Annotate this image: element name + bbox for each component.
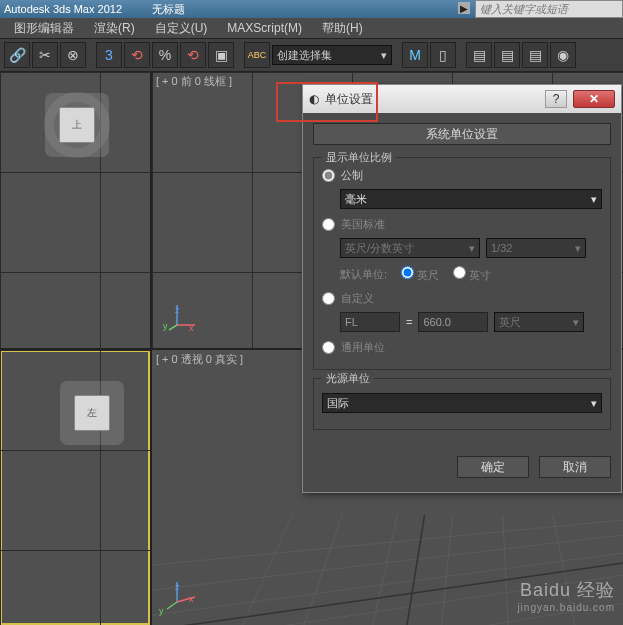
bind-icon[interactable]: ⊗ [60,42,86,68]
chevron-down-icon: ▾ [381,49,387,62]
percent-snap-icon[interactable]: % [152,42,178,68]
metric-value: 毫米 [345,192,367,207]
lighting-units-group: 光源单位 国际 ▾ [313,378,611,430]
lighting-value: 国际 [327,396,349,411]
material-icon[interactable]: ◉ [550,42,576,68]
viewport-top[interactable]: 上 [0,72,150,348]
ok-button[interactable]: 确定 [457,456,529,478]
mirror-icon[interactable]: M [402,42,428,68]
menubar: 图形编辑器 渲染(R) 自定义(U) MAXScript(M) 帮助(H) [0,18,623,38]
schematic-icon[interactable]: ▤ [522,42,548,68]
search-input[interactable] [475,0,623,18]
custom-label: 自定义 [341,291,374,306]
group-title: 显示单位比例 [322,150,396,165]
display-unit-scale-group: 显示单位比例 公制 毫米 ▾ 美国标准 英尺/分数英寸 ▾ 1/32 [313,157,611,370]
angle-snap-icon[interactable]: ⟲ [124,42,150,68]
svg-line-2 [169,325,177,330]
menu-render[interactable]: 渲染(R) [84,18,145,39]
watermark: Baidu 经验 jingyan.baidu.com [517,578,615,613]
chevron-down-icon: ▾ [591,193,597,206]
menu-help[interactable]: 帮助(H) [312,18,373,39]
edge-snap-icon[interactable]: ▣ [208,42,234,68]
viewport-label[interactable]: [ + 0 前 0 线框 ] [156,74,232,89]
axis-gizmo: zxy [167,300,197,333]
viewcube-left[interactable]: 左 [74,395,110,431]
selection-set-label: 创建选择集 [277,48,332,63]
svg-line-9 [202,515,292,625]
viewport-left[interactable]: 左 [0,350,150,625]
svg-line-12 [433,515,453,625]
spinner-snap-icon[interactable]: ⟲ [180,42,206,68]
metric-radio[interactable] [322,169,335,182]
us-standard-label: 美国标准 [341,217,385,232]
toolbar: 🔗 ✂ ⊗ 3 ⟲ % ⟲ ▣ ABC 创建选择集 ▾ M ▯ ▤ ▤ ▤ ◉ [0,38,623,72]
document-title: 无标题 [152,2,185,17]
chevron-down-icon: ▾ [573,316,579,329]
help-button[interactable]: ? [545,90,567,108]
align-icon[interactable]: ▯ [430,42,456,68]
viewport-label[interactable]: [ + 0 透视 0 真实 ] [156,352,243,367]
cancel-button[interactable]: 取消 [539,456,611,478]
layers-icon[interactable]: ▤ [466,42,492,68]
custom-unit-select[interactable]: 英尺 ▾ [494,312,584,332]
metric-select[interactable]: 毫米 ▾ [340,189,602,209]
axis-gizmo: zxy [167,577,197,610]
default-feet-radio-row[interactable]: 英尺 [401,266,439,283]
us-fraction-value: 1/32 [491,242,512,254]
generic-radio[interactable] [322,341,335,354]
app-title: Autodesk 3ds Max 2012 [4,3,122,15]
chevron-down-icon: ▾ [575,242,581,255]
close-button[interactable]: ✕ [573,90,615,108]
curve-editor-icon[interactable]: ▤ [494,42,520,68]
chevron-down-icon: ▾ [591,397,597,410]
watermark-main: Baidu 经验 [517,578,615,602]
chevron-down-icon: ▾ [469,242,475,255]
system-units-button[interactable]: 系统单位设置 [313,123,611,145]
svg-line-19 [167,602,177,609]
svg-line-11 [352,515,397,625]
menu-maxscript[interactable]: MAXScript(M) [217,19,312,37]
metric-radio-row[interactable]: 公制 [322,168,602,183]
expand-arrow-icon[interactable]: ▶ [458,2,470,14]
default-inches-radio[interactable] [453,266,466,279]
svg-line-3 [152,520,623,565]
app-icon: ◐ [309,92,319,106]
custom-radio-row[interactable]: 自定义 [322,291,602,306]
custom-value-input[interactable] [418,312,488,332]
link-icon[interactable]: 🔗 [4,42,30,68]
custom-prefix-input[interactable] [340,312,400,332]
custom-unit-value: 英尺 [499,315,521,330]
selection-set-dropdown[interactable]: 创建选择集 ▾ [272,45,392,65]
menu-graph-editors[interactable]: 图形编辑器 [4,18,84,39]
custom-radio[interactable] [322,292,335,305]
dialog-titlebar[interactable]: ◐ 单位设置 ? ✕ [303,85,621,113]
default-units-label: 默认单位: [340,267,387,282]
default-inches-radio-row[interactable]: 英寸 [453,266,491,283]
metric-label: 公制 [341,168,363,183]
snap-toggle-icon[interactable]: 3 [96,42,122,68]
units-setup-dialog: ◐ 单位设置 ? ✕ 系统单位设置 显示单位比例 公制 毫米 ▾ 美国标准 英尺… [302,84,622,493]
us-standard-select[interactable]: 英尺/分数英寸 ▾ [340,238,480,258]
lighting-select[interactable]: 国际 ▾ [322,393,602,413]
us-standard-value: 英尺/分数英寸 [345,241,414,256]
equals-label: = [406,316,412,328]
us-standard-radio[interactable] [322,218,335,231]
us-standard-radio-row[interactable]: 美国标准 [322,217,602,232]
grid [0,350,150,625]
menu-customize[interactable]: 自定义(U) [145,18,218,39]
unlink-icon[interactable]: ✂ [32,42,58,68]
generic-radio-row[interactable]: 通用单位 [322,340,602,355]
titlebar: Autodesk 3ds Max 2012 无标题 ▶ [0,0,623,18]
default-feet-radio[interactable] [401,266,414,279]
dialog-title: 单位设置 [325,91,373,108]
default-units-row: 默认单位: 英尺 英寸 [340,266,602,283]
us-fraction-select[interactable]: 1/32 ▾ [486,238,586,258]
watermark-sub: jingyan.baidu.com [517,602,615,613]
group-title: 光源单位 [322,371,374,386]
abc-icon[interactable]: ABC [244,42,270,68]
viewcube-top[interactable]: 上 [59,107,95,143]
generic-label: 通用单位 [341,340,385,355]
